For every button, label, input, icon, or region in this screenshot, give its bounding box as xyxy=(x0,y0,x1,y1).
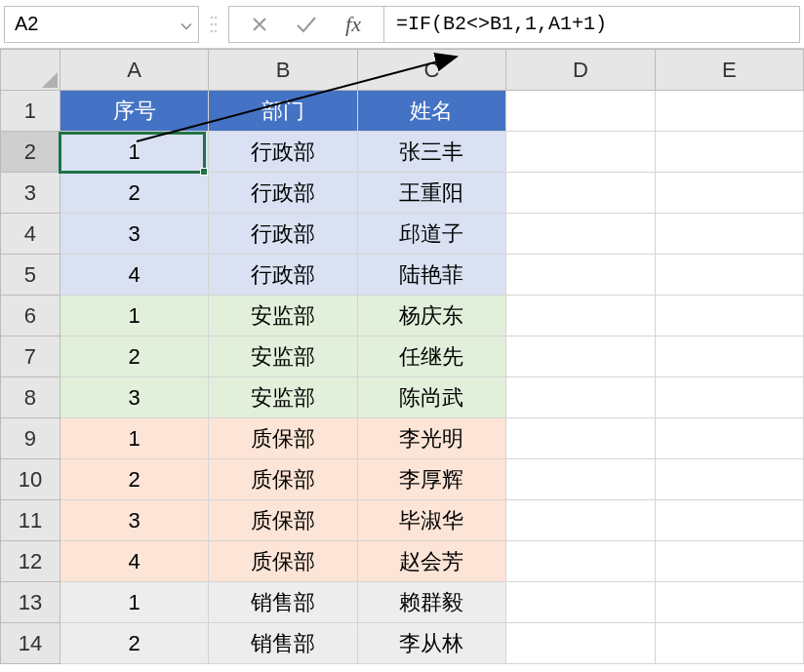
cell[interactable]: 李从林 xyxy=(357,623,505,664)
cell[interactable]: 2 xyxy=(60,173,208,214)
cell[interactable]: 李光明 xyxy=(357,418,505,459)
cell-empty[interactable] xyxy=(506,173,655,214)
row-header[interactable]: 7 xyxy=(1,336,60,377)
cell[interactable]: 1 xyxy=(60,582,208,623)
cell[interactable]: 销售部 xyxy=(209,582,357,623)
cancel-icon[interactable] xyxy=(245,10,274,39)
col-header-A[interactable]: A xyxy=(60,50,208,91)
cell[interactable]: 行政部 xyxy=(209,214,357,255)
cell-empty[interactable] xyxy=(655,214,803,255)
cell[interactable]: 李厚辉 xyxy=(357,459,505,500)
row-header[interactable]: 12 xyxy=(1,541,60,582)
cell[interactable]: 2 xyxy=(60,336,208,377)
cell[interactable]: 质保部 xyxy=(209,459,357,500)
cell[interactable]: 王重阳 xyxy=(357,173,505,214)
cell[interactable]: 杨庆东 xyxy=(357,296,505,336)
cell[interactable]: 赵会芳 xyxy=(357,541,505,582)
col-header-D[interactable]: D xyxy=(506,50,655,91)
row-header[interactable]: 1 xyxy=(1,91,60,132)
cell[interactable]: 陈尚武 xyxy=(357,377,505,418)
cell[interactable]: 3 xyxy=(60,377,208,418)
cell[interactable]: 质保部 xyxy=(209,500,357,541)
row-header[interactable]: 4 xyxy=(1,214,60,255)
fx-icon[interactable]: fx xyxy=(339,10,368,39)
col-header-E[interactable]: E xyxy=(655,50,803,91)
row-header[interactable]: 8 xyxy=(1,377,60,418)
cell-empty[interactable] xyxy=(506,541,655,582)
col-header-C[interactable]: C xyxy=(357,50,505,91)
cell[interactable]: 赖群毅 xyxy=(357,582,505,623)
cell[interactable]: 安监部 xyxy=(209,296,357,336)
sheet-table: A B C D E 1 序号 部门 姓名 2 1 行政部 张三丰 3 2 行政部… xyxy=(0,49,804,664)
cell[interactable]: 陆艳菲 xyxy=(357,255,505,296)
cell-empty[interactable] xyxy=(655,459,803,500)
cell-empty[interactable] xyxy=(506,91,655,132)
cell[interactable]: 任继先 xyxy=(357,336,505,377)
cell-empty[interactable] xyxy=(506,500,655,541)
cell[interactable]: 张三丰 xyxy=(357,132,505,173)
cell[interactable]: 行政部 xyxy=(209,132,357,173)
data-row: 12 4 质保部 赵会芳 xyxy=(1,541,804,582)
cell-empty[interactable] xyxy=(655,296,803,336)
cell-header-name[interactable]: 姓名 xyxy=(357,91,505,132)
cell-empty[interactable] xyxy=(506,459,655,500)
cell[interactable]: 2 xyxy=(60,623,208,664)
cell-empty[interactable] xyxy=(506,132,655,173)
cell-header-dept[interactable]: 部门 xyxy=(209,91,357,132)
col-header-B[interactable]: B xyxy=(209,50,357,91)
cell-empty[interactable] xyxy=(655,500,803,541)
name-box-value: A2 xyxy=(15,13,38,35)
row-header[interactable]: 5 xyxy=(1,255,60,296)
data-row: 13 1 销售部 赖群毅 xyxy=(1,582,804,623)
cell-empty[interactable] xyxy=(655,541,803,582)
cell[interactable]: 安监部 xyxy=(209,336,357,377)
cell[interactable]: 2 xyxy=(60,459,208,500)
chevron-down-icon[interactable] xyxy=(181,13,192,35)
row-header[interactable]: 2 xyxy=(1,132,60,173)
cell-empty[interactable] xyxy=(655,132,803,173)
cell-empty[interactable] xyxy=(506,377,655,418)
name-box[interactable]: A2 xyxy=(4,6,199,43)
cell-empty[interactable] xyxy=(655,418,803,459)
cell-empty[interactable] xyxy=(655,582,803,623)
cell[interactable]: 销售部 xyxy=(209,623,357,664)
cell-empty[interactable] xyxy=(655,173,803,214)
row-header[interactable]: 6 xyxy=(1,296,60,336)
cell-empty[interactable] xyxy=(506,255,655,296)
cell-empty[interactable] xyxy=(655,255,803,296)
row-header[interactable]: 11 xyxy=(1,500,60,541)
cell-empty[interactable] xyxy=(506,418,655,459)
row-header[interactable]: 14 xyxy=(1,623,60,664)
row-header[interactable]: 10 xyxy=(1,459,60,500)
cell[interactable]: 行政部 xyxy=(209,173,357,214)
cell-empty[interactable] xyxy=(655,377,803,418)
formula-input[interactable]: =IF(B2<>B1,1,A1+1) xyxy=(384,6,800,43)
cell[interactable]: 1 xyxy=(60,418,208,459)
cell[interactable]: 邱道子 xyxy=(357,214,505,255)
cell[interactable]: 毕淑华 xyxy=(357,500,505,541)
enter-icon[interactable] xyxy=(292,10,321,39)
cell[interactable]: 质保部 xyxy=(209,541,357,582)
cell[interactable]: 3 xyxy=(60,500,208,541)
row-header[interactable]: 13 xyxy=(1,582,60,623)
cell[interactable]: 3 xyxy=(60,214,208,255)
cell[interactable]: 质保部 xyxy=(209,418,357,459)
cell-empty[interactable] xyxy=(506,336,655,377)
cell[interactable]: 行政部 xyxy=(209,255,357,296)
cell-empty[interactable] xyxy=(655,623,803,664)
cell[interactable]: 4 xyxy=(60,255,208,296)
cell-empty[interactable] xyxy=(655,91,803,132)
cell[interactable]: 1 xyxy=(60,132,208,173)
cell-empty[interactable] xyxy=(506,214,655,255)
cell[interactable]: 安监部 xyxy=(209,377,357,418)
cell-header-seq[interactable]: 序号 xyxy=(60,91,208,132)
cell[interactable]: 4 xyxy=(60,541,208,582)
row-header[interactable]: 9 xyxy=(1,418,60,459)
row-header[interactable]: 3 xyxy=(1,173,60,214)
cell-empty[interactable] xyxy=(506,623,655,664)
cell-empty[interactable] xyxy=(655,336,803,377)
cell-empty[interactable] xyxy=(506,296,655,336)
cell-empty[interactable] xyxy=(506,582,655,623)
select-all-corner[interactable] xyxy=(1,50,60,91)
cell[interactable]: 1 xyxy=(60,296,208,336)
